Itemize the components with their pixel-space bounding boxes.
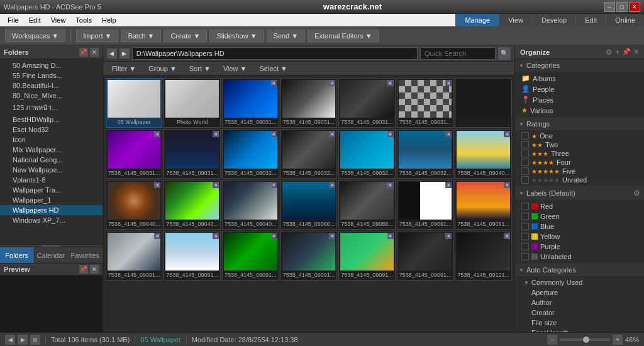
maximize-button[interactable]: □ <box>616 2 628 12</box>
tab-develop[interactable]: Develop <box>532 14 575 26</box>
thumb-12[interactable]: ▣ 7538_4145_09032... <box>397 129 454 179</box>
label-purple[interactable]: Purple <box>519 242 640 252</box>
rating-checkbox-3[interactable] <box>521 150 529 157</box>
tab-view[interactable]: View <box>499 14 532 26</box>
thumb-21[interactable]: ▣ 7538_4145_09091... <box>106 231 163 281</box>
batch-button[interactable]: Batch ▼ <box>121 30 161 42</box>
search-icon[interactable]: 🔍 <box>498 47 511 60</box>
search-input[interactable] <box>420 47 496 60</box>
thumb-7[interactable]: ▣ 7538_4145_09031... <box>106 129 163 179</box>
folder-item[interactable]: Windows XP_7... <box>0 215 103 225</box>
rating-5[interactable]: ★★★★★ Five <box>519 167 640 176</box>
cat-places[interactable]: 📍 Places <box>519 94 640 105</box>
thumb-23[interactable]: ▣ 7538_4145_09091... <box>222 231 279 281</box>
ratings-header[interactable]: ▼ Ratings <box>515 118 644 130</box>
thumb-0[interactable]: 05 Wallpaper <box>106 78 163 128</box>
thumb-9[interactable]: ▣ 7538_4145_09032... <box>222 129 279 179</box>
thumb-3[interactable]: ▣ 7538_4145_09031... <box>280 78 338 128</box>
folder-item[interactable]: Wallpaper Tra... <box>0 185 103 195</box>
menu-edit[interactable]: Edit <box>24 15 46 25</box>
tab-manage[interactable]: Manage <box>455 14 499 26</box>
minimize-button[interactable]: – <box>604 2 615 12</box>
thumb-27[interactable]: ▣ 7538_4145_09121... <box>455 231 512 281</box>
folder-item[interactable]: 55 Fine Lands... <box>0 70 103 81</box>
rating-checkbox-unrated[interactable] <box>521 176 529 184</box>
thumb-11[interactable]: ▣ 7538_4145_09032... <box>338 129 396 179</box>
external-editors-button[interactable]: External Editors ▼ <box>308 30 379 42</box>
send-button[interactable]: Send ▼ <box>267 30 306 42</box>
folder-close-icon[interactable]: ✕ <box>90 48 99 57</box>
folder-item[interactable]: 80.Beautiful-I... <box>0 81 103 91</box>
thumb-24[interactable]: ▣ 7538_4145_09091... <box>280 231 338 281</box>
menu-help[interactable]: Help <box>97 15 121 25</box>
thumb-20[interactable]: ▣ 7538_4145_09091... <box>455 180 512 230</box>
thumb-22[interactable]: ▣ 7538_4145_09091... <box>164 231 221 281</box>
tab-edit[interactable]: Edit <box>575 14 606 26</box>
cat-albums[interactable]: 📁 Albums <box>519 73 640 84</box>
workspaces-button[interactable]: Workspaces ▼ <box>5 30 65 42</box>
folder-item[interactable]: Vplants1-8 <box>0 175 103 185</box>
thumb-13[interactable]: ▣ 7538_4145_09040... <box>455 129 512 179</box>
labels-gear-icon[interactable]: ⚙ <box>633 189 640 198</box>
auto-filesize[interactable]: File size <box>519 318 640 328</box>
auto-creator[interactable]: Creator <box>519 308 640 318</box>
auto-categories-header[interactable]: ▼ Auto Categories <box>515 264 644 276</box>
filter-button[interactable]: Filter ▼ <box>107 64 141 73</box>
rating-checkbox-4[interactable] <box>521 159 529 166</box>
folder-item[interactable]: New Wallpape... <box>0 165 103 175</box>
menu-file[interactable]: File <box>3 15 24 25</box>
organize-gear-icon[interactable]: ⚙ <box>606 48 613 57</box>
status-forward-icon[interactable]: ▶ <box>18 335 28 345</box>
folder-item[interactable]: Eset Nod32 <box>0 125 103 135</box>
thumb-25[interactable]: ▣ 7538_4145_09091... <box>338 231 396 281</box>
slideshow-button[interactable]: Slideshow ▼ <box>209 30 264 42</box>
label-unlabeled[interactable]: Unlabeled <box>519 252 640 262</box>
tab-favorites[interactable]: Favorites <box>69 247 103 263</box>
cat-people[interactable]: 👤 People <box>519 84 640 94</box>
zoom-minus-button[interactable]: – <box>547 335 557 345</box>
thumb-5[interactable]: ▣ 7538_4145_09031... <box>397 78 454 128</box>
thumb-14[interactable]: ▣ 7538_4145_09040... <box>106 180 163 230</box>
labels-header[interactable]: ▼ Labels (Default) ⚙ <box>515 186 644 200</box>
tab-online[interactable]: Online <box>606 14 644 26</box>
label-green[interactable]: Green <box>519 211 640 221</box>
label-checkbox-purple[interactable] <box>521 243 529 250</box>
folder-item[interactable]: 80_Nice_Mixe... <box>0 91 103 101</box>
folder-item[interactable]: 125 ภาพหน้า... <box>0 101 103 114</box>
folder-item[interactable]: Icon <box>0 135 103 145</box>
thumb-18[interactable]: ▣ 7538_4145_09080... <box>338 180 396 230</box>
label-checkbox-yellow[interactable] <box>521 233 529 240</box>
rating-checkbox-2[interactable] <box>521 141 529 148</box>
label-yellow[interactable]: Yellow <box>519 232 640 242</box>
rating-checkbox-5[interactable] <box>521 167 529 175</box>
thumb-2[interactable]: ▣ 7538_4145_09031... <box>222 78 279 128</box>
organize-pin-icon[interactable]: 📌 <box>622 48 631 56</box>
thumb-19[interactable]: ▣ 7538_4145_09091... <box>397 180 454 230</box>
sort-button[interactable]: Sort ▼ <box>184 64 216 73</box>
tab-folders[interactable]: Folders <box>0 247 34 263</box>
zoom-plus-button[interactable]: + <box>613 335 623 345</box>
select-button[interactable]: Select ▼ <box>254 64 292 73</box>
preview-close-icon[interactable]: ✕ <box>90 265 99 274</box>
create-button[interactable]: Create ▼ <box>164 30 207 42</box>
rating-unrated[interactable]: ★★★★★ Unrated <box>519 176 640 184</box>
path-input[interactable] <box>132 47 418 60</box>
rating-2[interactable]: ★★ Two <box>519 140 640 149</box>
rating-1[interactable]: ★ One <box>519 131 640 140</box>
auto-focal[interactable]: Focal length <box>519 328 640 332</box>
import-button[interactable]: Import ▼ <box>76 30 118 42</box>
thumb-6[interactable] <box>455 78 512 128</box>
folder-item[interactable]: Wallpaper_1 <box>0 195 103 205</box>
folder-item-selected[interactable]: Wallpapers HD <box>0 205 103 215</box>
thumb-4[interactable]: ▣ 7538_4145_09031... <box>338 78 396 128</box>
label-checkbox-unlabeled[interactable] <box>521 253 529 260</box>
view-button[interactable]: View ▼ <box>218 64 252 73</box>
thumb-8[interactable]: ▣ 7538_4145_09031... <box>164 129 221 179</box>
menu-view[interactable]: View <box>46 15 71 25</box>
tab-calendar[interactable]: Calendar <box>34 247 68 263</box>
cat-various[interactable]: ★ Various <box>519 105 640 116</box>
thumb-10[interactable]: ▣ 7538_4145_09032... <box>280 129 338 179</box>
folder-item[interactable]: BestHDWallp... <box>0 114 103 125</box>
thumb-26[interactable]: ▣ 7538_4145_09091... <box>397 231 454 281</box>
folder-item[interactable]: Mix Wallpaper... <box>0 145 103 155</box>
